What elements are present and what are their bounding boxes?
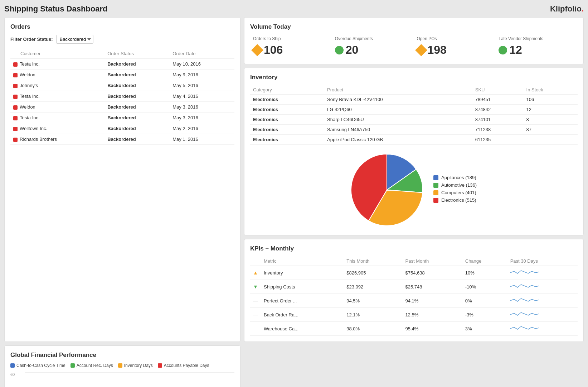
inv-product: LG 42PQ60: [324, 105, 472, 115]
inv-sku: 711238: [472, 125, 524, 135]
metric-value: 106: [253, 43, 329, 57]
order-row: Weldon Backordered May 3, 2016: [10, 102, 234, 113]
kpi-icon: —: [250, 294, 261, 308]
kpi-col-this-month: This Month: [344, 257, 402, 266]
bar-chart: 60 40 20 0 -20 NAEURAsiaSA: [25, 372, 234, 387]
circle-icon: [335, 46, 344, 54]
volume-metrics: Orders to Ship 106 Overdue Shipments 20 …: [250, 35, 578, 58]
metric-number: 106: [264, 43, 283, 57]
order-status: Backordered: [105, 59, 170, 70]
kpi-metric: Warehouse Ca...: [261, 322, 344, 336]
volume-title: Volume Today: [250, 23, 578, 30]
inventory-title: Inventory: [250, 74, 578, 81]
order-status: Backordered: [105, 91, 170, 102]
kpi-this-month: 12.1%: [344, 308, 402, 322]
status-dot: [13, 105, 18, 110]
order-customer: Testa Inc.: [10, 113, 105, 123]
order-row: Testa Inc. Backordered May 3, 2016: [10, 113, 234, 123]
bar-groups: [25, 372, 234, 387]
inventory-row: Electronics LG 42PQ60 874842 12: [250, 105, 578, 115]
inv-sku: 611235: [472, 135, 524, 145]
inv-stock: [524, 135, 578, 145]
kpi-metric: Perfect Order ...: [261, 294, 344, 308]
order-customer: Welltown Inc.: [10, 123, 105, 134]
inventory-row: Electronics Sharp LC46D65U 874101 8: [250, 115, 578, 125]
kpi-this-month: 98.0%: [344, 322, 402, 336]
legend-item: Electronics (515): [433, 197, 477, 203]
brand-logo: Klipfolio.: [550, 4, 584, 14]
order-customer: Weldon: [10, 102, 105, 113]
kpi-col-30days: Past 30 Days: [507, 257, 578, 266]
order-status: Backordered: [105, 102, 170, 113]
inv-col-category: Category: [250, 85, 324, 95]
order-status-filter[interactable]: Backordered Pending Shipped Delivered: [56, 35, 93, 44]
legend-dot: [433, 198, 438, 203]
kpi-past-month: 12.5%: [403, 308, 462, 322]
inv-category: Electronics: [250, 125, 324, 135]
kpi-row: — Warehouse Ca... 98.0% 95.4% 3%: [250, 322, 578, 336]
volume-metric: Overdue Shipments 20: [332, 35, 414, 58]
sparkline: [510, 310, 539, 319]
pie-chart: [351, 154, 423, 226]
status-dot: [13, 62, 18, 67]
kpi-metric: Shipping Costs: [261, 280, 344, 294]
order-customer: Richards Brothers: [10, 134, 105, 145]
kpi-sparkline: [507, 280, 578, 294]
col-date: Order Date: [170, 49, 234, 59]
status-dot: [13, 127, 18, 131]
inv-col-stock: In Stock: [524, 85, 578, 95]
kpi-icon: ▼: [250, 280, 261, 294]
diamond-icon: [415, 44, 427, 56]
order-date: May 3, 2016: [170, 113, 234, 123]
metric-number: 12: [509, 43, 522, 57]
sparkline: [510, 282, 539, 291]
kpi-row: ▼ Shipping Costs $23,092 $25,748 -10%: [250, 280, 578, 294]
inv-category: Electronics: [250, 105, 324, 115]
col-customer: Customer: [10, 49, 105, 59]
page-title: Shipping Status Dashboard: [4, 4, 107, 14]
kpi-past-month: $754,638: [403, 266, 462, 280]
kpis-card: KPIs – Monthly Metric This Month Past Mo…: [244, 239, 584, 342]
sparkline: [510, 324, 539, 333]
legend-item: Appliances (189): [433, 175, 477, 180]
kpi-row: ▲ Inventory $826,905 $754,638 10%: [250, 266, 578, 280]
volume-metric: Open POs 198: [414, 35, 496, 58]
metric-label: Open POs: [417, 36, 493, 41]
order-date: May 4, 2016: [170, 91, 234, 102]
inv-col-sku: SKU: [472, 85, 524, 95]
chart-legend-item: Inventory Days: [118, 363, 153, 368]
order-date: May 3, 2016: [170, 102, 234, 113]
chart-legend-item: Account Rec. Days: [71, 363, 113, 368]
legend-item: Automotive (136): [433, 182, 477, 188]
inv-category: Electronics: [250, 95, 324, 105]
pie-chart-section: Appliances (189)Automotive (136)Computer…: [250, 150, 578, 229]
legend-square: [118, 363, 122, 368]
order-date: May 9, 2016: [170, 70, 234, 80]
order-row: Richards Brothers Backordered May 1, 201…: [10, 134, 234, 145]
col-status: Order Status: [105, 49, 170, 59]
kpi-change: -10%: [462, 280, 507, 294]
legend-square: [10, 363, 15, 368]
kpis-title: KPIs – Monthly: [250, 245, 578, 252]
orders-card: Orders Filter Order Status: Backordered …: [4, 17, 240, 342]
order-row: Johnny's Backordered May 5, 2016: [10, 80, 234, 91]
status-dot: [13, 73, 18, 77]
order-status: Backordered: [105, 80, 170, 91]
circle-icon: [499, 46, 507, 54]
inv-stock: 87: [524, 125, 578, 135]
order-customer: Testa Inc.: [10, 59, 105, 70]
kpi-metric: Inventory: [261, 266, 344, 280]
legend-label: Electronics (515): [441, 197, 476, 203]
inv-product: Sony Bravia KDL-42V4100: [324, 95, 472, 105]
kpi-row: — Back Order Ra... 12.1% 12.5% -3%: [250, 308, 578, 322]
metric-value: 198: [417, 43, 493, 57]
status-dot: [13, 116, 18, 120]
orders-title: Orders: [10, 23, 234, 30]
chart-card: Global Financial Performance Cash-to-Cas…: [4, 345, 240, 387]
legend-label: Computers (401): [441, 190, 476, 195]
kpi-row: — Perfect Order ... 94.5% 94.1% 0%: [250, 294, 578, 308]
volume-card: Volume Today Orders to Ship 106 Overdue …: [244, 17, 584, 64]
inv-sku: 789451: [472, 95, 524, 105]
order-row: Testa Inc. Backordered May 4, 2016: [10, 91, 234, 102]
kpi-sparkline: [507, 322, 578, 336]
